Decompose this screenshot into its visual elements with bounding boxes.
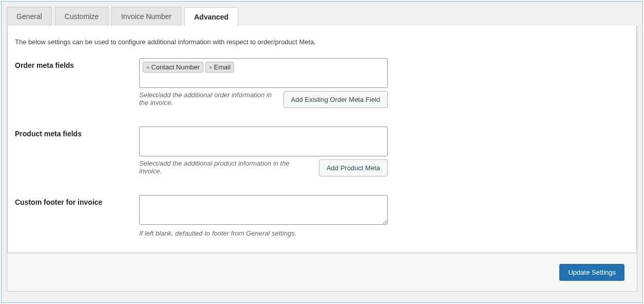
- order-meta-tag: × Contact Number: [143, 62, 203, 73]
- order-meta-tag: × Email: [205, 62, 234, 73]
- order-meta-desc-row: Select/add the additional order informat…: [139, 91, 388, 108]
- advanced-panel: The below settings can be used to config…: [7, 26, 637, 253]
- order-meta-row: Order meta fields × Contact Number × Ema…: [15, 58, 629, 108]
- tag-label: Contact Number: [151, 63, 200, 71]
- tab-invoice-number[interactable]: Invoice Number: [111, 7, 181, 26]
- intro-text: The below settings can be used to config…: [15, 38, 629, 46]
- remove-tag-icon[interactable]: ×: [146, 64, 149, 70]
- custom-footer-label: Custom footer for invoice: [15, 195, 139, 206]
- tag-label: Email: [214, 63, 231, 71]
- custom-footer-description: If left blank, defaulted to footer from …: [139, 229, 388, 237]
- add-product-meta-button[interactable]: Add Product Meta: [319, 159, 388, 176]
- tab-general[interactable]: General: [7, 7, 52, 26]
- remove-tag-icon[interactable]: ×: [209, 64, 212, 70]
- custom-footer-desc-row: If left blank, defaulted to footer from …: [139, 229, 388, 237]
- order-meta-label: Order meta fields: [15, 58, 139, 69]
- product-meta-desc-row: Select/add the additional product inform…: [139, 159, 388, 176]
- tab-advanced[interactable]: Advanced: [184, 7, 238, 26]
- order-meta-input[interactable]: × Contact Number × Email: [139, 58, 388, 88]
- update-settings-button[interactable]: Update Settings: [559, 264, 624, 281]
- product-meta-description: Select/add the additional product inform…: [139, 159, 313, 175]
- product-meta-row: Product meta fields Select/add the addit…: [15, 127, 629, 176]
- tabs-nav: General Customize Invoice Number Advance…: [7, 7, 637, 26]
- product-meta-control: Select/add the additional product inform…: [139, 127, 388, 176]
- settings-container: General Customize Invoice Number Advance…: [1, 1, 643, 303]
- footer-bar: Update Settings: [7, 253, 637, 291]
- add-order-meta-button[interactable]: Add Existing Order Meta Field: [283, 91, 388, 108]
- panel-wrapper: The below settings can be used to config…: [7, 26, 637, 292]
- tab-customize[interactable]: Customize: [55, 7, 108, 26]
- product-meta-label: Product meta fields: [15, 127, 139, 138]
- order-meta-description: Select/add the additional order informat…: [139, 91, 277, 106]
- custom-footer-row: Custom footer for invoice If left blank,…: [15, 195, 629, 237]
- custom-footer-control: If left blank, defaulted to footer from …: [139, 195, 388, 237]
- custom-footer-textarea[interactable]: [139, 195, 388, 225]
- order-meta-control: × Contact Number × Email Select/add the …: [139, 58, 388, 108]
- product-meta-input[interactable]: [139, 127, 388, 156]
